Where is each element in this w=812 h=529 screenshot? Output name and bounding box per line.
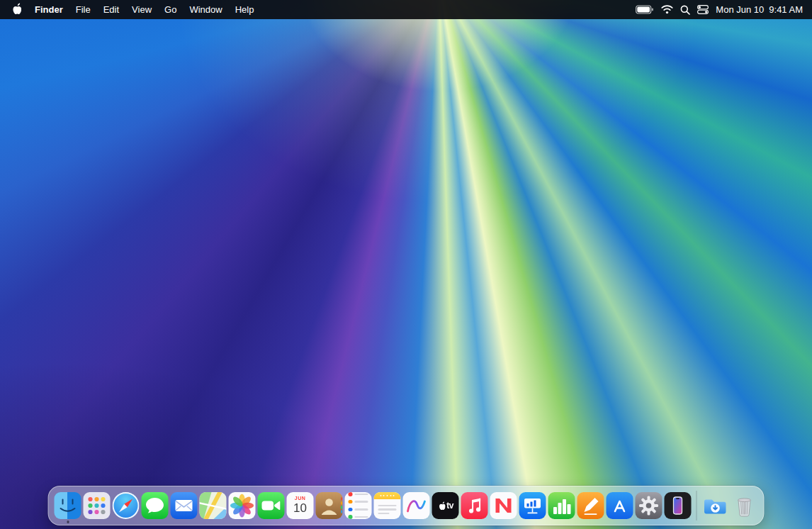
dock-messages-icon[interactable] xyxy=(142,492,169,519)
menu-window[interactable]: Window xyxy=(183,0,228,19)
news-n-glyph xyxy=(490,492,517,519)
dock-reminders-icon[interactable] xyxy=(345,492,372,519)
dock-news-icon[interactable] xyxy=(490,492,517,519)
mail-envelope-glyph xyxy=(171,492,198,519)
music-note-glyph xyxy=(461,492,488,519)
dock-safari-icon[interactable] xyxy=(113,492,140,519)
dock-appstore-icon[interactable] xyxy=(607,492,633,519)
dock-notes-icon[interactable] xyxy=(374,492,401,519)
messages-bubble-glyph xyxy=(142,492,169,519)
calendar-month-label: JUN xyxy=(295,496,306,501)
reminders-row xyxy=(349,492,368,496)
photos-pinwheel-glyph xyxy=(229,492,256,519)
clock-time: 9:41 AM xyxy=(769,4,803,15)
menu-go[interactable]: Go xyxy=(158,0,183,19)
reminders-row xyxy=(349,515,368,519)
launchpad-grid-glyph xyxy=(84,492,111,519)
dock-photos-icon[interactable] xyxy=(229,492,256,519)
tv-label: tv xyxy=(446,501,453,511)
menu-bar-clock[interactable]: Mon Jun 10 9:41 AM xyxy=(716,4,803,15)
contacts-silhouette-glyph xyxy=(316,492,343,519)
dock-keynote-icon[interactable] xyxy=(519,492,546,519)
dock-mail-icon[interactable] xyxy=(171,492,198,519)
dock-trash-icon[interactable] xyxy=(731,492,758,519)
dock-finder-icon[interactable] xyxy=(55,492,81,519)
maps-glyph xyxy=(200,492,227,519)
reminders-row xyxy=(349,508,368,512)
freeform-scribble-glyph xyxy=(403,492,430,519)
menu-app-name[interactable]: Finder xyxy=(28,0,69,19)
apple-menu[interactable] xyxy=(0,0,28,19)
menu-view[interactable]: View xyxy=(125,0,158,19)
dock-music-icon[interactable] xyxy=(461,492,488,519)
dock-contacts-icon[interactable] xyxy=(316,492,343,519)
apple-logo-small-icon xyxy=(437,501,445,511)
dock-system-settings-icon[interactable] xyxy=(636,492,662,519)
dock-freeform-icon[interactable] xyxy=(403,492,430,519)
facetime-camera-glyph xyxy=(258,492,285,519)
safari-compass-glyph xyxy=(113,492,140,519)
menu-bar-left: Finder File Edit View Go Window Help xyxy=(0,0,260,19)
dock-facetime-icon[interactable] xyxy=(258,492,285,519)
pages-pen-glyph xyxy=(577,492,604,519)
menu-help[interactable]: Help xyxy=(229,0,261,19)
menu-edit[interactable]: Edit xyxy=(97,0,125,19)
numbers-chart-glyph xyxy=(548,492,575,519)
trash-can-glyph xyxy=(731,492,758,519)
downloads-folder-glyph xyxy=(702,492,729,519)
gear-icon xyxy=(636,492,662,519)
battery-icon[interactable] xyxy=(636,0,654,19)
reminders-row xyxy=(349,500,368,504)
dock: JUN 10 tv xyxy=(48,486,765,525)
appstore-a-glyph xyxy=(607,492,633,519)
dock-maps-icon[interactable] xyxy=(200,492,227,519)
keynote-podium-glyph xyxy=(519,492,546,519)
dock-calendar-icon[interactable]: JUN 10 xyxy=(287,492,314,519)
desktop-wallpaper xyxy=(0,0,812,529)
apple-logo-icon xyxy=(11,3,21,17)
wifi-icon[interactable] xyxy=(661,0,673,19)
calendar-day-label: 10 xyxy=(293,502,307,514)
iphone-glyph xyxy=(665,492,692,519)
dock-numbers-icon[interactable] xyxy=(548,492,575,519)
dock-iphone-mirroring-icon[interactable] xyxy=(665,492,692,519)
dock-launchpad-icon[interactable] xyxy=(84,492,111,519)
menu-bar-status: Mon Jun 10 9:41 AM xyxy=(636,0,812,19)
menu-file[interactable]: File xyxy=(69,0,97,19)
notes-header-band xyxy=(374,492,401,499)
clock-date: Mon Jun 10 xyxy=(716,4,764,15)
dock-downloads-icon[interactable] xyxy=(702,492,729,519)
finder-running-indicator xyxy=(67,520,69,523)
menu-bar: Finder File Edit View Go Window Help Mon… xyxy=(0,0,812,19)
dock-pages-icon[interactable] xyxy=(577,492,604,519)
finder-face-glyph xyxy=(55,492,81,519)
control-center-icon[interactable] xyxy=(697,0,709,19)
dock-separator xyxy=(697,491,697,520)
spotlight-icon[interactable] xyxy=(680,0,690,19)
dock-appletv-icon[interactable]: tv xyxy=(432,492,459,519)
notes-lines xyxy=(374,499,401,519)
